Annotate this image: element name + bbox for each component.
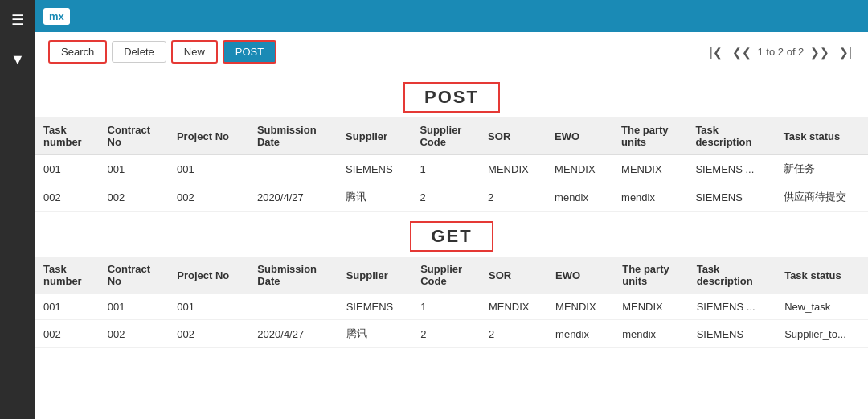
col-party-units-get: The partyunits (614, 257, 688, 294)
col-party-units: The partyunits (613, 117, 687, 155)
cell-sor: 2 (481, 320, 547, 348)
col-task-number-get: Tasknumber (35, 257, 100, 294)
post-section-header: POST (35, 72, 868, 117)
cell-ewo: mendix (547, 183, 613, 212)
table-row[interactable]: 0020020022020/4/27腾讯22mendixmendixSIEMEN… (35, 320, 868, 348)
cell-sor: MENDIX (480, 155, 547, 183)
search-button[interactable]: Search (48, 40, 107, 64)
col-contract-no: ContractNo (100, 117, 169, 155)
cell-sor: MENDIX (481, 294, 547, 320)
cell-submission_date (249, 294, 338, 320)
cell-task_status: 供应商待提交 (776, 183, 868, 212)
cell-supplier: SIEMENS (338, 294, 412, 320)
col-submission-date: SubmissionDate (249, 117, 338, 155)
col-contract-no-get: ContractNo (100, 257, 170, 294)
get-table: Tasknumber ContractNo Project No Submiss… (35, 257, 868, 348)
topbar: mx (35, 0, 868, 32)
delete-button[interactable]: Delete (112, 41, 166, 63)
col-project-no: Project No (169, 117, 249, 155)
cell-task_status: 新任务 (776, 155, 868, 183)
cell-party_units: mendix (613, 183, 687, 212)
pagination: |❮ ❮❮ 1 to 2 of 2 ❯❯ ❯| (706, 44, 855, 60)
cell-task_number: 001 (35, 294, 100, 320)
cell-contract_no: 001 (100, 155, 169, 183)
col-task-status: Task status (776, 117, 868, 155)
cell-project_no: 002 (169, 320, 249, 348)
cell-task_description: SIEMENS (687, 183, 775, 212)
post-label: POST (403, 82, 500, 113)
cell-supplier_code: 2 (412, 320, 481, 348)
prev-page-button[interactable]: ❮❮ (729, 44, 755, 60)
new-button[interactable]: New (171, 40, 218, 64)
cell-submission_date (249, 155, 338, 183)
first-page-button[interactable]: |❮ (706, 44, 726, 60)
cell-supplier_code: 2 (411, 183, 480, 212)
cell-task_number: 001 (35, 155, 100, 183)
col-supplier-get: Supplier (338, 257, 412, 294)
post-table-header-row: Tasknumber ContractNo Project No Submiss… (35, 117, 868, 155)
cell-submission_date: 2020/4/27 (249, 320, 338, 348)
cell-task_number: 002 (35, 320, 100, 348)
col-supplier-code: SupplierCode (411, 117, 480, 155)
cell-task_description: SIEMENS (689, 320, 777, 348)
cell-task_status: New_task (776, 294, 868, 320)
cell-task_status: Supplier_to... (776, 320, 868, 348)
app-logo: mx (43, 8, 70, 25)
cell-supplier: 腾讯 (338, 183, 411, 212)
col-task-status-get: Task status (776, 257, 868, 294)
cell-supplier_code: 1 (412, 294, 481, 320)
cell-contract_no: 002 (100, 320, 170, 348)
cell-supplier: 腾讯 (338, 320, 412, 348)
content-area: Search Delete New POST |❮ ❮❮ 1 to 2 of 2… (35, 32, 868, 419)
col-supplier-code-get: SupplierCode (412, 257, 481, 294)
table-row[interactable]: 0020020022020/4/27腾讯22mendixmendixSIEMEN… (35, 183, 868, 212)
cell-sor: 2 (480, 183, 547, 212)
cell-task_description: SIEMENS ... (689, 294, 777, 320)
post-button[interactable]: POST (223, 40, 276, 64)
col-ewo-get: EWO (547, 257, 614, 294)
col-supplier: Supplier (338, 117, 411, 155)
cell-contract_no: 002 (100, 183, 169, 212)
last-page-button[interactable]: ❯| (836, 44, 855, 60)
cell-contract_no: 001 (100, 294, 170, 320)
cell-project_no: 001 (169, 155, 249, 183)
cell-project_no: 001 (169, 294, 249, 320)
cell-supplier: SIEMENS (338, 155, 411, 183)
cell-party_units: MENDIX (613, 155, 687, 183)
get-label: GET (410, 221, 493, 252)
filter-icon[interactable]: ▼ (6, 47, 30, 73)
get-table-header-row: Tasknumber ContractNo Project No Submiss… (35, 257, 868, 294)
col-sor-get: SOR (481, 257, 547, 294)
col-task-number: Tasknumber (35, 117, 100, 155)
cell-supplier_code: 1 (411, 155, 480, 183)
post-table: Tasknumber ContractNo Project No Submiss… (35, 117, 868, 212)
cell-party_units: MENDIX (614, 294, 688, 320)
cell-ewo: mendix (547, 320, 614, 348)
get-section-header: GET (35, 212, 868, 257)
cell-ewo: MENDIX (547, 294, 614, 320)
col-task-description: Taskdescription (687, 117, 775, 155)
pagination-text: 1 to 2 of 2 (758, 46, 805, 58)
col-ewo: EWO (547, 117, 613, 155)
cell-project_no: 002 (169, 183, 249, 212)
cell-party_units: mendix (614, 320, 688, 348)
col-submission-date-get: SubmissionDate (249, 257, 338, 294)
cell-task_description: SIEMENS ... (687, 155, 775, 183)
toolbar: Search Delete New POST |❮ ❮❮ 1 to 2 of 2… (35, 32, 868, 72)
col-task-description-get: Taskdescription (689, 257, 777, 294)
table-row[interactable]: 001001001SIEMENS1MENDIXMENDIXMENDIXSIEME… (35, 294, 868, 320)
main-area: mx Search Delete New POST |❮ ❮❮ 1 to 2 o… (35, 0, 868, 419)
cell-submission_date: 2020/4/27 (249, 183, 338, 212)
col-sor: SOR (480, 117, 547, 155)
cell-task_number: 002 (35, 183, 100, 212)
hamburger-icon[interactable]: ☰ (6, 6, 29, 34)
table-row[interactable]: 001001001SIEMENS1MENDIXMENDIXMENDIXSIEME… (35, 155, 868, 183)
sidebar: ☰ ▼ (0, 0, 35, 419)
cell-ewo: MENDIX (547, 155, 613, 183)
col-project-no-get: Project No (169, 257, 249, 294)
next-page-button[interactable]: ❯❯ (807, 44, 833, 60)
